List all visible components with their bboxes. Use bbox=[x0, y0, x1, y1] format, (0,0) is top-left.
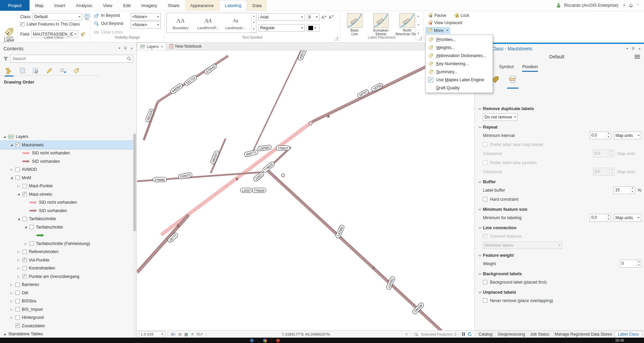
spinner-up-icon[interactable]: ▲ bbox=[630, 187, 635, 190]
expand-expander-icon[interactable]: ▷ bbox=[10, 283, 13, 286]
more-menu-button[interactable]: More bbox=[426, 27, 450, 34]
layer-visibility-checkbox[interactable] bbox=[22, 217, 27, 221]
section-header-feature-weight[interactable]: Feature weight bbox=[478, 253, 641, 258]
line-symbol-swatch[interactable] bbox=[37, 234, 44, 237]
sql-query-button[interactable]: SQL bbox=[84, 14, 90, 20]
layer-visibility-checkbox[interactable] bbox=[15, 291, 20, 295]
layer-visibility-checkbox[interactable] bbox=[15, 324, 20, 328]
pin-icon[interactable] bbox=[124, 47, 127, 50]
ribbon-tab-insert[interactable]: Insert bbox=[49, 0, 71, 11]
layer-tree-item-mautstreets[interactable]: ◢Mautstreets bbox=[0, 141, 133, 149]
layer-tree-item-dik[interactable]: ▷DiK bbox=[0, 289, 133, 297]
collapse-expander-icon[interactable]: ◢ bbox=[24, 226, 28, 229]
pause-labeling-button[interactable]: Pause bbox=[426, 12, 447, 18]
layer-tree-item-sid-nicht-vorhanden[interactable]: SID nicht vorhanden bbox=[0, 198, 133, 207]
section-header-repeat[interactable]: Repeat bbox=[478, 125, 641, 130]
layer-visibility-checkbox[interactable] bbox=[22, 266, 27, 271]
pane-menu-arrow[interactable] bbox=[626, 48, 628, 49]
option-checkbox-never-remove-place-overlapping[interactable] bbox=[483, 298, 487, 303]
layer-tree-item-layers[interactable]: ◢Layers bbox=[0, 133, 133, 141]
line-symbol-swatch[interactable] bbox=[22, 160, 30, 163]
grow-font-button[interactable]: A▲ bbox=[321, 15, 327, 20]
layer-tree-item-hintergrund[interactable]: ▷Hintergrund bbox=[0, 313, 133, 322]
list-by-editing-icon[interactable] bbox=[45, 66, 54, 75]
close-pane-icon[interactable]: × bbox=[130, 46, 133, 51]
pane-tab-catalog[interactable]: Catalog bbox=[476, 331, 495, 338]
numeric-spinner[interactable]: 0▲▼ bbox=[620, 260, 641, 267]
layer-tree-item-sid-vorhanden[interactable]: SID vorhanden bbox=[0, 207, 133, 215]
ribbon-tab-view[interactable]: View bbox=[98, 0, 118, 11]
user-menu-arrow[interactable] bbox=[623, 5, 625, 6]
pane-menu-arrow[interactable] bbox=[118, 48, 120, 49]
layer-visibility-checkbox[interactable] bbox=[15, 299, 20, 303]
line-symbol-swatch[interactable] bbox=[22, 152, 30, 155]
layer-visibility-checkbox[interactable] bbox=[22, 192, 27, 196]
layer-tree-item-sid-nicht-vorhanden[interactable]: SID nicht vorhanden bbox=[0, 149, 133, 157]
layer-tree-item-via-punkte[interactable]: ▷Via-Punkte bbox=[0, 256, 133, 264]
expand-expander-icon[interactable]: ▷ bbox=[10, 168, 13, 171]
out-beyond-combobox[interactable]: <None> bbox=[131, 21, 161, 29]
layer-visibility-checkbox[interactable] bbox=[30, 241, 34, 246]
ribbon-tab-imagery[interactable]: Imagery bbox=[136, 0, 162, 11]
taskbar-app-icon[interactable] bbox=[250, 339, 254, 342]
label-placement-gallery-item[interactable]: European Streets bbox=[368, 13, 394, 36]
layer-visibility-checkbox[interactable] bbox=[22, 184, 27, 188]
expand-expander-icon[interactable]: ▷ bbox=[10, 316, 13, 319]
ribbon-tab-analysis[interactable]: Analysis bbox=[70, 0, 97, 11]
pane-tab-label-class[interactable]: Label Class bbox=[615, 331, 642, 338]
layer-tree-item-mnm[interactable]: ◢MnM bbox=[0, 174, 133, 182]
menu-item-draft-quality[interactable]: Draft Quality bbox=[426, 84, 493, 92]
layer-tree-item-tarifabschnitte-fahrleistung[interactable]: ▷Tarifabschnitte (Fahrleistung) bbox=[0, 240, 133, 248]
shrink-font-button[interactable]: A▼ bbox=[329, 15, 334, 20]
spinner-up-icon[interactable]: ▲ bbox=[606, 132, 611, 136]
expand-expander-icon[interactable]: ▷ bbox=[10, 291, 13, 295]
view-unplaced-button[interactable]: View Unplaced bbox=[426, 20, 463, 26]
conflict-resolution-subtab-icon[interactable] bbox=[508, 76, 518, 87]
expand-expander-icon[interactable]: ▷ bbox=[17, 266, 20, 270]
layer-tree-item-kontrollstellen[interactable]: ▷Kontrollstellen bbox=[0, 264, 133, 273]
spinner-down-icon[interactable]: ▼ bbox=[637, 264, 641, 267]
layer-tree-item-maut-streets[interactable]: ◢Maut-streets bbox=[0, 190, 133, 199]
section-header-remove-duplicate-labels[interactable]: Remove duplicate labels bbox=[478, 106, 641, 111]
refresh-icon[interactable] bbox=[467, 332, 472, 337]
units-combobox[interactable]: Map units bbox=[614, 132, 641, 139]
font-size-combobox[interactable]: 8 bbox=[307, 13, 319, 21]
label-features-checkbox[interactable] bbox=[20, 22, 24, 27]
layer-visibility-checkbox[interactable] bbox=[15, 143, 20, 147]
section-header-unplaced-labels[interactable]: Unplaced labels bbox=[478, 290, 641, 295]
layer-visibility-checkbox[interactable] bbox=[22, 250, 27, 254]
list-by-selection-icon[interactable] bbox=[32, 66, 40, 75]
layer-tree-item-punkte-am-grenz-bergang[interactable]: ▷Punkte am Grenzübergang bbox=[0, 273, 133, 281]
expand-expander-icon[interactable]: ▷ bbox=[17, 184, 20, 188]
spinner-up-icon[interactable]: ▲ bbox=[606, 214, 611, 218]
spinner-down-icon[interactable]: ▼ bbox=[606, 136, 611, 139]
out-beyond-label[interactable]: Out Beyond bbox=[101, 21, 123, 26]
ribbon-tab-labeling[interactable]: Labeling bbox=[219, 0, 247, 11]
ribbon-tab-data[interactable]: Data bbox=[247, 0, 267, 11]
taskbar-app-icon-2[interactable] bbox=[276, 339, 280, 342]
layer-visibility-checkbox[interactable] bbox=[15, 176, 20, 180]
label-class-tab-symbol[interactable]: Symbol bbox=[499, 64, 513, 72]
list-by-drawing-order-icon[interactable] bbox=[5, 66, 13, 75]
close-pane-icon[interactable]: × bbox=[638, 46, 641, 51]
remove-duplicates-combobox[interactable]: Do not remove bbox=[483, 113, 518, 121]
selected-features-count[interactable]: Selected Features: 0 bbox=[421, 332, 456, 336]
filter-icon[interactable] bbox=[3, 57, 8, 61]
line-symbol-swatch[interactable] bbox=[30, 209, 37, 212]
section-header-background-labels[interactable]: Background labels bbox=[478, 271, 641, 276]
pane-tab-manage-registered-data-stores[interactable]: Manage Registered Data Stores bbox=[552, 331, 615, 338]
layer-tree-item-sid-vorhanden[interactable]: SID vorhanden bbox=[0, 157, 133, 166]
list-by-snapping-icon[interactable] bbox=[58, 66, 67, 75]
collapse-ribbon-icon[interactable]: ⌃ bbox=[637, 4, 639, 7]
line-symbol-swatch[interactable] bbox=[30, 201, 37, 204]
section-header-minimum-feature-size[interactable]: Minimum feature size bbox=[478, 207, 641, 212]
font-combobox[interactable]: Arial bbox=[258, 13, 305, 21]
layer-visibility-checkbox[interactable] bbox=[22, 258, 27, 262]
layer-tree-item-bisstra[interactable]: ▷BISStra bbox=[0, 297, 133, 305]
menu-item-key-numbering[interactable]: Key Numbering... bbox=[426, 60, 493, 68]
text-color-picker[interactable] bbox=[307, 24, 319, 32]
layer-visibility-checkbox[interactable] bbox=[15, 315, 20, 320]
pause-drawing-icon[interactable] bbox=[462, 332, 465, 336]
lock-labeling-button[interactable]: Lock bbox=[452, 12, 470, 18]
collapse-expander-icon[interactable]: ◢ bbox=[10, 143, 13, 146]
